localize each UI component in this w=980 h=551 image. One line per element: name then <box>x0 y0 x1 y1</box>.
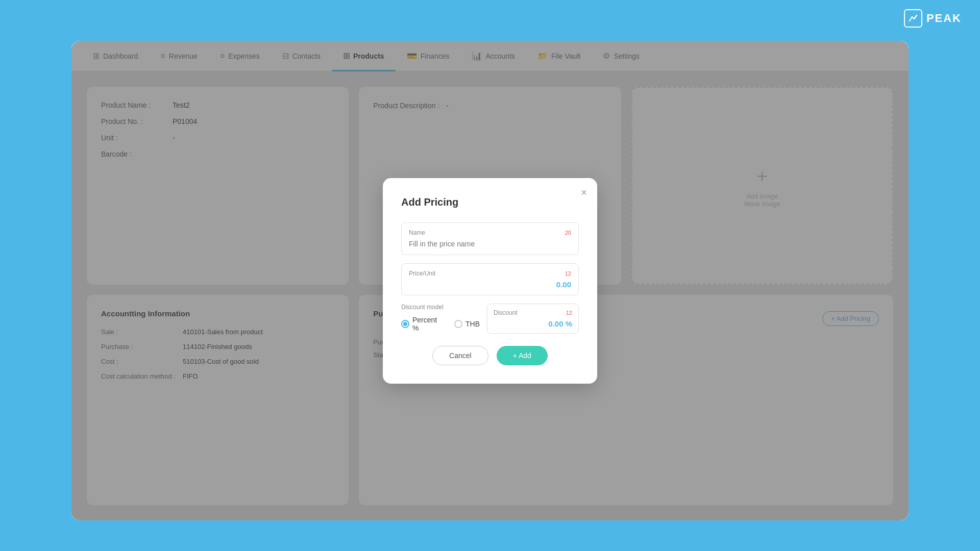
radio-percent[interactable]: Percent % <box>401 316 445 332</box>
discount-row: Discount model Percent % THB <box>401 304 579 334</box>
radio-percent-dot <box>401 320 409 328</box>
peak-logo: PEAK <box>904 9 962 28</box>
cancel-button[interactable]: Cancel <box>432 346 488 365</box>
modal-overlay[interactable]: Add Pricing × Name 20 Price/Unit 12 0.00 <box>71 41 909 520</box>
name-field-header: Name 20 <box>409 229 571 236</box>
peak-logo-icon <box>904 9 922 28</box>
discount-maxlength: 12 <box>566 310 572 316</box>
name-maxlength: 20 <box>565 230 571 236</box>
peak-logo-text: PEAK <box>926 12 962 25</box>
price-field-header: Price/Unit 12 <box>409 270 571 277</box>
name-field: Name 20 <box>401 222 579 255</box>
price-value: 0.00 <box>409 280 571 289</box>
price-field: Price/Unit 12 0.00 <box>401 263 579 295</box>
add-pricing-modal: Add Pricing × Name 20 Price/Unit 12 0.00 <box>383 178 597 384</box>
add-button[interactable]: + Add <box>497 346 548 365</box>
discount-model-section: Discount model Percent % THB <box>401 304 480 334</box>
discount-field: Discount 12 0.00 % <box>487 304 579 334</box>
radio-group: Percent % THB <box>401 316 480 332</box>
discount-field-label: Discount <box>494 309 518 316</box>
modal-title: Add Pricing <box>401 196 579 208</box>
discount-model-label: Discount model <box>401 304 480 311</box>
radio-thb-dot <box>454 320 462 328</box>
modal-close-button[interactable]: × <box>581 187 587 197</box>
discount-field-header: Discount 12 <box>494 309 572 316</box>
main-container: ⊞ Dashboard ≡ Revenue ≡ Expenses ⊟ Conta… <box>71 41 909 520</box>
modal-buttons: Cancel + Add <box>401 346 579 365</box>
discount-value: 0.00 % <box>494 319 572 328</box>
radio-thb[interactable]: THB <box>454 320 480 328</box>
price-field-label: Price/Unit <box>409 270 435 277</box>
name-field-label: Name <box>409 229 425 236</box>
price-maxlength: 12 <box>565 270 571 277</box>
name-input[interactable] <box>409 240 571 248</box>
